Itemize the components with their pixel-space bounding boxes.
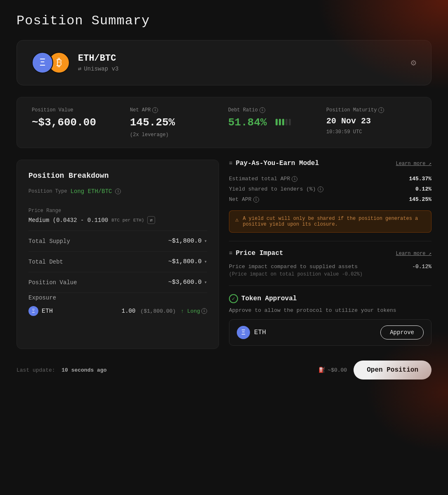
maturity-info-icon[interactable]: i [378, 107, 384, 113]
price-range-unit: BTC per ETH) [111, 218, 144, 223]
warning-box: ⚠ A yield cut will only be shared if the… [229, 210, 431, 233]
net-apr-info-icon-2[interactable]: i [253, 197, 259, 203]
settings-icon[interactable]: ⚙ [411, 57, 416, 68]
paye-title: ≡ Pay-As-You-Earn Model [229, 160, 319, 167]
pi-list-icon: ≡ [229, 250, 232, 257]
approval-token-name: ETH [254, 329, 266, 336]
position-value-row: Position Value ~$3,600.0 ▾ [28, 272, 207, 293]
approval-token: Ξ ETH [237, 326, 266, 339]
total-supply-value[interactable]: ~$1,800.0 ▾ [168, 238, 207, 245]
stat-position-value-amount: ~$3,600.00 [32, 116, 122, 129]
stat-net-apr-value: 145.25% [130, 116, 220, 129]
exposure-row: Ξ ETH 1.00 ($1,800.00) ↑ Long i [28, 306, 207, 316]
warning-icon: ⚠ [235, 216, 238, 223]
stat-position-value-label: Position Value [32, 107, 122, 113]
exposure-amount: 1.00 [122, 308, 136, 314]
approval-row: Ξ ETH Approve [229, 319, 431, 346]
pair-info-left: Ξ ₿ ETH/BTC ⇄ Uniswap v3 [32, 52, 118, 73]
price-range-main: Medium (0.0432 - 0.1100 [28, 217, 108, 224]
stat-debt-ratio-value: 51.84% [228, 116, 318, 129]
total-debt-row: Total Debt ~$1,800.0 ▾ [28, 252, 207, 272]
exposure-usd: ($1,800.00) [140, 308, 176, 314]
yield-shared-label: Yield shared to lenders (%) i [229, 186, 323, 192]
approval-title-text: Token Approval [241, 295, 297, 302]
estimated-apr-info-icon[interactable]: i [292, 176, 297, 182]
net-apr-value: 145.25% [409, 196, 431, 203]
yield-shared-value: 0.12% [415, 186, 431, 192]
exposure-direction-text: ↑ Long [181, 308, 200, 314]
position-value-amount: ~$3,600.0 [168, 279, 202, 286]
last-update: Last update: 10 seconds ago [17, 367, 106, 373]
stat-position-value: Position Value ~$3,600.00 [32, 107, 122, 138]
exposure-eth-icon: Ξ [28, 306, 38, 316]
price-range-content: Price Range Medium (0.0432 - 0.1100 BTC … [28, 208, 155, 224]
stats-card: Position Value ~$3,600.00 Net APR i 145.… [17, 97, 431, 148]
pi-title: ≡ Price Impact [229, 250, 283, 257]
position-value-chevron[interactable]: ▾ [204, 279, 207, 285]
pair-info: ETH/BTC ⇄ Uniswap v3 [78, 53, 118, 72]
estimated-apr-label: Estimated total APR i [229, 176, 297, 182]
debt-ratio-bar [276, 119, 291, 125]
gas-info: ⛽ ~$0.00 [318, 367, 347, 373]
exposure-content: Exposure Ξ ETH 1.00 ($1,800.00) ↑ Long i [28, 295, 207, 316]
price-range-label: Price Range [28, 208, 155, 214]
pair-name: ETH/BTC [78, 53, 118, 64]
yield-shared-info-icon[interactable]: i [318, 186, 323, 192]
protocol-arrows: ⇄ [78, 65, 81, 72]
total-debt-chevron[interactable]: ▾ [204, 259, 207, 265]
gas-label: ~$0.00 [328, 367, 347, 373]
net-apr-label-text: Net APR [229, 196, 252, 203]
page-title: Position Summary [17, 13, 431, 28]
price-range-row: Price Range Medium (0.0432 - 0.1100 BTC … [28, 201, 207, 231]
main-grid: Position Breakdown Position Type Long ET… [17, 160, 431, 349]
approval-desc: Approve to allow the protocol to utilize… [229, 307, 431, 314]
net-apr-row: Net APR i 145.25% [229, 194, 431, 205]
debt-ratio-label-text: Debt Ratio [228, 107, 258, 113]
pi-row: Price impact compared to supplied assets… [229, 264, 431, 270]
total-debt-label: Total Debt [28, 259, 63, 265]
footer: Last update: 10 seconds ago ⛽ ~$0.00 Ope… [17, 361, 431, 380]
exposure-section: Exposure Ξ ETH 1.00 ($1,800.00) ↑ Long i [28, 293, 207, 323]
eth-icon: Ξ [32, 52, 53, 73]
pi-sub: (Price impact on total position value -0… [229, 271, 431, 277]
total-supply-amount: ~$1,800.0 [168, 238, 202, 245]
position-value-value[interactable]: ~$3,600.0 ▾ [168, 279, 207, 286]
token-icons: Ξ ₿ [32, 52, 70, 73]
gas-icon: ⛽ [318, 367, 325, 373]
net-apr-info-icon[interactable]: i [152, 107, 158, 113]
open-position-button[interactable]: Open Position [354, 361, 431, 380]
protocol-name: Uniswap v3 [84, 66, 118, 72]
position-type-value: Long ETH/BTC [71, 188, 112, 195]
stat-position-maturity: Position Maturity i 20 Nov 23 10:30:59 U… [326, 107, 416, 138]
exposure-token-name: ETH [42, 308, 53, 315]
approve-button[interactable]: Approve [380, 325, 424, 339]
stat-net-apr-sub: (2x leverage) [130, 132, 220, 138]
price-range-value: Medium (0.0432 - 0.1100 BTC per ETH) ⇄ [28, 216, 155, 224]
total-supply-chevron[interactable]: ▾ [204, 238, 207, 244]
total-supply-label: Total Supply [28, 238, 70, 245]
stat-net-apr: Net APR i 145.25% (2x leverage) [130, 107, 220, 138]
exposure-info-icon[interactable]: i [201, 308, 207, 314]
estimated-apr-row: Estimated total APR i 145.37% [229, 174, 431, 184]
header-card: Ξ ₿ ETH/BTC ⇄ Uniswap v3 ⚙ [17, 40, 431, 85]
total-debt-value[interactable]: ~$1,800.0 ▾ [168, 258, 207, 265]
yield-shared-label-text: Yield shared to lenders (%) [229, 186, 316, 192]
paye-learn-more[interactable]: Learn more ↗ [396, 160, 431, 167]
debt-ratio-number: 51.84% [228, 116, 267, 129]
footer-right: ⛽ ~$0.00 Open Position [318, 361, 431, 380]
debt-ratio-info-icon[interactable]: i [259, 107, 265, 113]
pi-header: ≡ Price Impact Learn more ↗ [229, 250, 431, 257]
pair-protocol: ⇄ Uniswap v3 [78, 65, 118, 72]
position-type-label: Position Type [28, 189, 67, 194]
pi-label: Price impact compared to supplied assets [229, 264, 358, 270]
range-swap-icon[interactable]: ⇄ [147, 216, 155, 224]
pi-learn-more[interactable]: Learn more ↗ [396, 250, 431, 257]
stat-debt-ratio-label: Debt Ratio i [228, 107, 318, 113]
stat-position-maturity-label: Position Maturity i [326, 107, 416, 113]
maturity-label-text: Position Maturity [326, 107, 377, 113]
price-impact-section: ≡ Price Impact Learn more ↗ Price impact… [229, 250, 431, 286]
token-approval-section: ✓ Token Approval Approve to allow the pr… [229, 294, 431, 349]
yield-shared-row: Yield shared to lenders (%) i 0.12% [229, 184, 431, 194]
position-type-info-icon[interactable]: i [115, 189, 121, 194]
approval-title: ✓ Token Approval [229, 294, 431, 303]
